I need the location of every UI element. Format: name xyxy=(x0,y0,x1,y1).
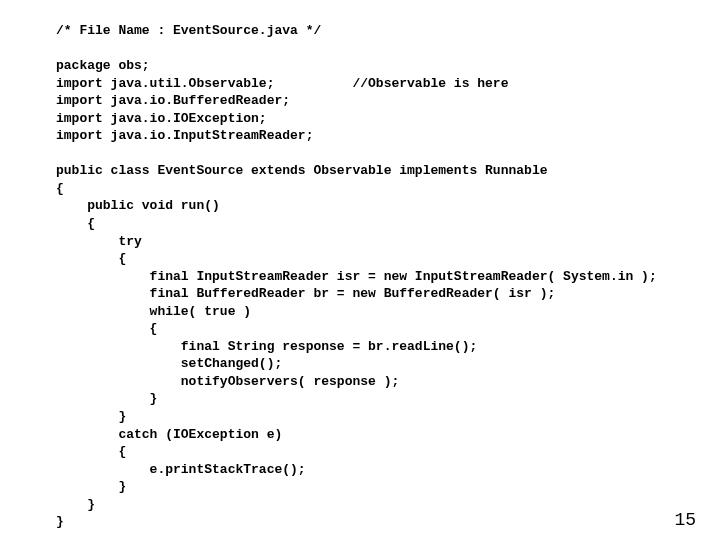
code-line: import java.util.Observable; //Observabl… xyxy=(56,76,508,91)
code-line: { xyxy=(56,321,157,336)
code-line: } xyxy=(56,479,126,494)
code-line: } xyxy=(56,409,126,424)
code-line: package obs; xyxy=(56,58,150,73)
code-line: import java.io.BufferedReader; xyxy=(56,93,290,108)
code-line: final BufferedReader br = new BufferedRe… xyxy=(56,286,555,301)
code-line: { xyxy=(56,444,126,459)
code-line: /* File Name : EventSource.java */ xyxy=(56,23,321,38)
code-block: /* File Name : EventSource.java */ packa… xyxy=(0,0,720,531)
code-line: catch (IOException e) xyxy=(56,427,282,442)
code-line: try xyxy=(56,234,142,249)
code-line: } xyxy=(56,391,157,406)
code-line: } xyxy=(56,497,95,512)
code-line: final String response = br.readLine(); xyxy=(56,339,477,354)
code-line: public class EventSource extends Observa… xyxy=(56,163,547,178)
code-line: import java.io.InputStreamReader; xyxy=(56,128,313,143)
code-line: e.printStackTrace(); xyxy=(56,462,306,477)
code-line: notifyObservers( response ); xyxy=(56,374,399,389)
page-number: 15 xyxy=(674,508,696,532)
code-line: { xyxy=(56,216,95,231)
code-line: } xyxy=(56,514,64,529)
code-line: while( true ) xyxy=(56,304,251,319)
code-line: final InputStreamReader isr = new InputS… xyxy=(56,269,657,284)
code-line: public void run() xyxy=(56,198,220,213)
code-line: setChanged(); xyxy=(56,356,282,371)
code-line: import java.io.IOException; xyxy=(56,111,267,126)
code-line: { xyxy=(56,181,64,196)
code-line: { xyxy=(56,251,126,266)
